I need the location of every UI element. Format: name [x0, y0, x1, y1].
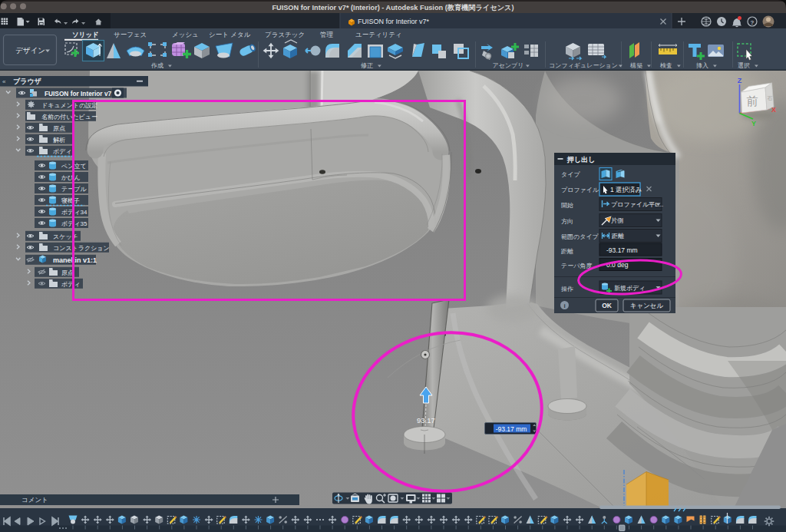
svg-text:ソリッド: ソリッド: [72, 31, 99, 38]
svg-text:-93.17 mm: -93.17 mm: [606, 246, 638, 254]
svg-text:かびん: かびん: [61, 174, 81, 181]
svg-text:ボディ: ボディ: [53, 148, 72, 155]
svg-text:前: 前: [747, 94, 758, 107]
svg-text:Y: Y: [751, 120, 756, 127]
svg-text:方向: 方向: [561, 218, 573, 225]
svg-text:選択: 選択: [738, 61, 750, 69]
svg-text:デザイン: デザイン: [15, 46, 45, 55]
svg-text:原点: 原点: [61, 269, 74, 276]
svg-text:-93.17 mm: -93.17 mm: [496, 425, 527, 433]
svg-text:1 選択済み: 1 選択済み: [610, 186, 642, 193]
svg-text:93.17: 93.17: [417, 416, 435, 425]
svg-text:コメント: コメント: [21, 496, 48, 504]
svg-text:管理: 管理: [320, 31, 334, 38]
svg-text:ボディ35: ボディ35: [61, 220, 88, 227]
svg-text:原点: 原点: [53, 125, 65, 132]
svg-text:寝椅子: 寝椅子: [61, 197, 80, 204]
svg-text:テーパ角度: テーパ角度: [561, 263, 592, 269]
svg-text:距離: 距離: [612, 233, 624, 240]
svg-text:修正: 修正: [361, 62, 373, 69]
svg-text:プロファイル平L...: プロファイル平L...: [611, 201, 663, 208]
svg-text:作成: 作成: [150, 62, 163, 69]
svg-text:FUISON for Interior v7* (Inter: FUISON for Interior v7* (Interior) - Aut…: [272, 3, 514, 12]
svg-text:X: X: [771, 106, 776, 114]
svg-text:開始: 開始: [561, 202, 573, 209]
svg-text:キャンセル: キャンセル: [630, 302, 664, 309]
svg-text:範囲のタイプ: 範囲のタイプ: [561, 233, 599, 240]
svg-text:«: «: [2, 78, 6, 85]
svg-text:距離: 距離: [561, 248, 573, 255]
svg-text:タイプ: タイプ: [561, 171, 580, 178]
svg-text:片側: 片側: [611, 217, 623, 224]
svg-text:Z: Z: [738, 77, 742, 84]
svg-text:ボディ: ボディ: [61, 281, 81, 288]
svg-text:右: 右: [768, 95, 773, 101]
svg-text:構築: 構築: [630, 62, 642, 69]
svg-text:プロファイル: プロファイル: [561, 187, 599, 193]
svg-text:サーフェス: サーフェス: [114, 31, 147, 38]
svg-text:ドキュメントの設定: ドキュメントの設定: [41, 102, 97, 109]
svg-text:押し出し: 押し出し: [566, 156, 595, 164]
svg-text:メッシュ: メッシュ: [172, 31, 199, 38]
svg-text:新規ボディ: 新規ボディ: [614, 285, 646, 292]
svg-text:OK: OK: [602, 302, 613, 309]
svg-text:コンストラクション: コンストラクション: [53, 245, 110, 252]
svg-text:ボディ34: ボディ34: [61, 209, 88, 216]
svg-text:検査: 検査: [660, 62, 672, 69]
svg-text:解析: 解析: [53, 137, 65, 144]
svg-text:操作: 操作: [561, 286, 573, 292]
svg-text:ユーティリティ: ユーティリティ: [355, 31, 402, 38]
svg-text:FUISON for Interior v7*: FUISON for Interior v7*: [358, 18, 430, 25]
svg-text:アセンブリ: アセンブリ: [493, 62, 524, 69]
svg-text:manekin v1:1: manekin v1:1: [53, 256, 97, 264]
svg-text:FUISON for Interior v7: FUISON for Interior v7: [45, 90, 112, 97]
svg-text:名前の付いたビュー: 名前の付いたビュー: [41, 114, 97, 121]
svg-text:コンフィギュレーション: コンフィギュレーション: [549, 62, 618, 69]
svg-text:プラスチック: プラスチック: [265, 31, 305, 38]
svg-text:シート メタル: シート メタル: [209, 31, 251, 38]
svg-text:ブラウザ: ブラウザ: [13, 78, 42, 85]
svg-text:?: ?: [751, 19, 755, 26]
svg-text:i: i: [563, 302, 565, 309]
svg-text:挿入: 挿入: [696, 62, 708, 69]
